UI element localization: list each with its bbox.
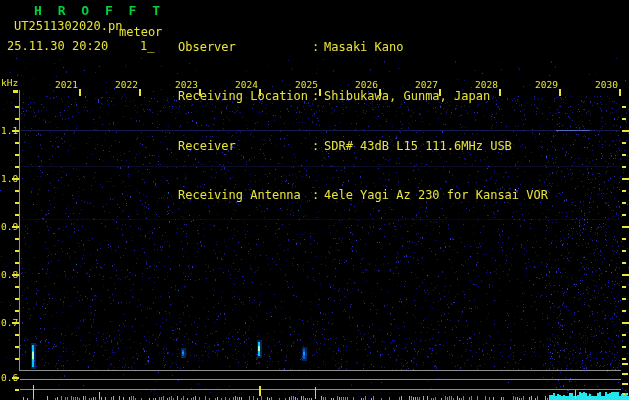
info-label: Receiving Location <box>178 91 312 102</box>
freq-tick-label: 0.7 <box>1 317 19 328</box>
info-label: Receiving Antenna <box>178 190 312 201</box>
station-info: Observer:Masaki Kano Receiving Location:… <box>178 4 629 240</box>
info-row-location: Receiving Location:Shibukawa, Gunma, Jap… <box>178 91 629 102</box>
app-title: H R O F F T <box>34 3 164 18</box>
info-value: Masaki Kano <box>324 42 403 53</box>
time-tick-label: 2027 <box>398 79 438 90</box>
info-label: Receiver <box>178 141 312 152</box>
time-tick-label: 2025 <box>278 79 318 90</box>
info-separator: : <box>312 42 324 53</box>
hrofft-screen: H R O F F T UT2511302020.pn meteor 25.11… <box>0 0 629 400</box>
time-tick-label: 2021 <box>38 79 78 90</box>
freq-tick-label: 0.6 <box>1 372 19 383</box>
time-tick-label: 2023 <box>158 79 198 90</box>
info-separator: : <box>312 91 324 102</box>
info-separator: : <box>312 141 324 152</box>
freq-tick-label: 0.9 <box>1 221 19 232</box>
time-tick-label: 2024 <box>218 79 258 90</box>
info-row-receiver: Receiver:SDR# 43dB L15 111.6MHz USB <box>178 141 629 152</box>
freq-tick-label: 1.1 <box>1 125 19 136</box>
time-tick-label: 2022 <box>98 79 138 90</box>
output-filename: UT2511302020.pn <box>14 19 122 33</box>
freq-tick-label: 0.8 <box>1 269 19 280</box>
info-row-antenna: Receiving Antenna:4ele Yagi Az 230 for K… <box>178 190 629 201</box>
info-label: Observer <box>178 42 312 53</box>
y-axis-unit-label: kHz <box>1 77 18 88</box>
info-value: 4ele Yagi Az 230 for Kansai VOR <box>324 190 548 201</box>
info-row-observer: Observer:Masaki Kano <box>178 42 629 53</box>
time-tick-label: 2028 <box>458 79 498 90</box>
info-separator: : <box>312 190 324 201</box>
observation-mode-label: meteor <box>119 25 162 39</box>
info-value: SDR# 43dB L15 111.6MHz USB <box>324 141 512 152</box>
freq-tick-label: 1.0 <box>1 173 19 184</box>
time-tick-label: 2029 <box>518 79 558 90</box>
info-value: Shibukawa, Gunma, Japan <box>324 91 490 102</box>
observation-datetime: 25.11.30 20:20 <box>7 39 108 53</box>
unit-counter: 1_ <box>140 39 154 53</box>
time-tick-label: 2030 <box>578 79 618 90</box>
time-tick-label: 2026 <box>338 79 378 90</box>
